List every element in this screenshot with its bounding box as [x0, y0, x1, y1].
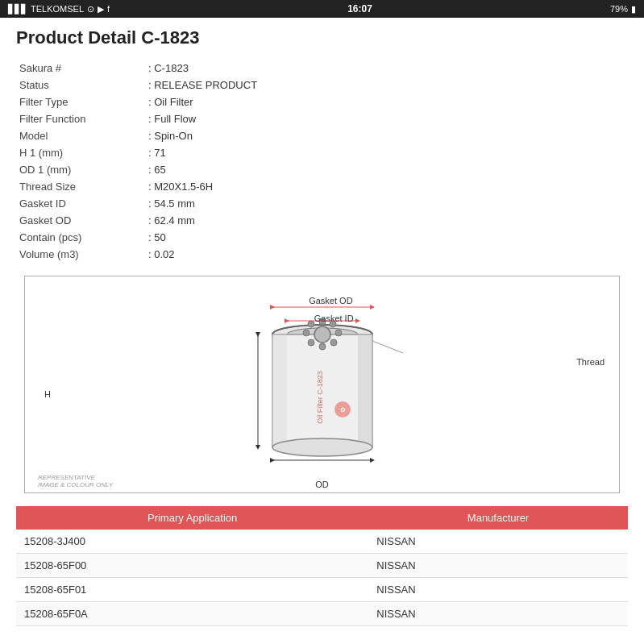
detail-label: Gasket ID — [16, 195, 145, 212]
app-table-cell-app: 15208-65F01 — [16, 578, 368, 602]
app-table-cell-mfr: NISSAN — [368, 554, 628, 578]
diagram-inner: Gasket OD Gasket ID — [33, 293, 611, 492]
app-table-cell-mfr: NISSAN — [368, 602, 628, 626]
app-table-row: 15208-65F00 NISSAN — [16, 554, 628, 578]
status-right: 79% ▮ — [610, 4, 636, 15]
label-h: H — [44, 389, 51, 399]
detail-row: Filter Type : Oil Filter — [16, 93, 628, 110]
detail-label: Model — [16, 127, 145, 144]
detail-label: H 1 (mm) — [16, 144, 145, 161]
detail-label: Filter Function — [16, 110, 145, 127]
svg-line-23 — [372, 341, 403, 353]
detail-label: Filter Type — [16, 93, 145, 110]
detail-label: Contain (pcs) — [16, 229, 145, 246]
detail-row: Gasket OD : 62.4 mm — [16, 212, 628, 229]
label-gasket-od: Gasket OD — [309, 296, 352, 305]
detail-row: Filter Function : Full Flow — [16, 110, 628, 127]
status-left: ▋▋▋ TELKOMSEL ⊙ ▶ f — [8, 4, 110, 15]
detail-value: : Full Flow — [145, 110, 628, 127]
label-thread: Thread — [576, 357, 605, 367]
svg-point-11 — [330, 339, 337, 346]
detail-value: : 65 — [145, 161, 628, 178]
label-od: OD — [315, 480, 329, 489]
detail-label: Status — [16, 77, 145, 93]
app-table-header-app: Primary Application — [16, 506, 368, 530]
svg-point-15 — [308, 321, 314, 327]
detail-value: : Oil Filter — [145, 93, 628, 110]
app-table-row: 15208-3J400 NISSAN — [16, 530, 628, 554]
battery-percent: 79% — [610, 4, 628, 14]
app-table: Primary Application Manufacturer 15208-3… — [16, 506, 628, 626]
diagram-box: Gasket OD Gasket ID — [24, 276, 620, 493]
app-table-cell-mfr: NISSAN — [368, 530, 628, 554]
detail-row: H 1 (mm) : 71 — [16, 144, 628, 161]
svg-rect-4 — [272, 334, 287, 447]
detail-row: Status : RELEASE PRODUCT — [16, 77, 628, 93]
svg-text:Oil Filter  C-1823: Oil Filter C-1823 — [316, 371, 324, 424]
detail-row: OD 1 (mm) : 65 — [16, 161, 628, 178]
detail-label: Thread Size — [16, 178, 145, 195]
signal-icon: ▋▋▋ — [8, 4, 27, 15]
detail-value: : 50 — [145, 229, 628, 246]
svg-point-12 — [319, 343, 326, 350]
status-bar: ▋▋▋ TELKOMSEL ⊙ ▶ f 16:07 79% ▮ — [0, 0, 644, 18]
svg-rect-5 — [358, 334, 372, 447]
detail-label: Volume (m3) — [16, 246, 145, 263]
detail-label: Sakura # — [16, 60, 145, 77]
app-table-cell-mfr: NISSAN — [368, 578, 628, 602]
svg-text:✿: ✿ — [339, 406, 345, 413]
detail-value: : Spin-On — [145, 127, 628, 144]
fb-icon: f — [107, 4, 110, 14]
detail-label: OD 1 (mm) — [16, 161, 145, 178]
svg-point-13 — [308, 339, 314, 346]
carrier-name: TELKOMSEL — [31, 4, 84, 14]
detail-row: Sakura # : C-1823 — [16, 60, 628, 77]
detail-value: : 0.02 — [145, 246, 628, 263]
app-table-row: 15208-65F01 NISSAN — [16, 578, 628, 602]
label-gasket-id: Gasket ID — [314, 314, 354, 323]
app-table-cell-app: 15208-3J400 — [16, 530, 368, 554]
detail-value: : C-1823 — [145, 60, 628, 77]
detail-value: : 71 — [145, 144, 628, 161]
app-table-row: 15208-65F0A NISSAN — [16, 602, 628, 626]
svg-point-10 — [335, 330, 342, 336]
battery-icon: ▮ — [631, 4, 636, 15]
svg-point-7 — [314, 326, 330, 343]
svg-point-14 — [303, 330, 310, 336]
detail-row: Thread Size : M20X1.5-6H — [16, 178, 628, 195]
detail-row: Model : Spin-On — [16, 127, 628, 144]
representative-text: REPRESENTATIVEIMAGE & COLOUR ONLY — [38, 474, 113, 489]
data-icon: ▶ — [98, 4, 104, 15]
detail-table: Sakura # : C-1823 Status : RELEASE PRODU… — [16, 60, 628, 263]
app-table-cell-app: 15208-65F0A — [16, 602, 368, 626]
status-time: 16:07 — [347, 3, 372, 15]
page-title: Product Detail C-1823 — [16, 27, 628, 48]
app-table-header-mfr: Manufacturer — [368, 506, 628, 530]
main-content: Product Detail C-1823 Sakura # : C-1823 … — [0, 18, 644, 644]
detail-row: Volume (m3) : 0.02 — [16, 246, 628, 263]
app-table-cell-app: 15208-65F00 — [16, 554, 368, 578]
wifi-icon: ⊙ — [87, 4, 94, 15]
detail-label: Gasket OD — [16, 212, 145, 229]
detail-row: Gasket ID : 54.5 mm — [16, 195, 628, 212]
svg-point-6 — [272, 438, 372, 456]
detail-value: : M20X1.5-6H — [145, 178, 628, 195]
detail-row: Contain (pcs) : 50 — [16, 229, 628, 246]
detail-value: : 54.5 mm — [145, 195, 628, 212]
detail-value: : RELEASE PRODUCT — [145, 77, 628, 93]
detail-value: : 62.4 mm — [145, 212, 628, 229]
